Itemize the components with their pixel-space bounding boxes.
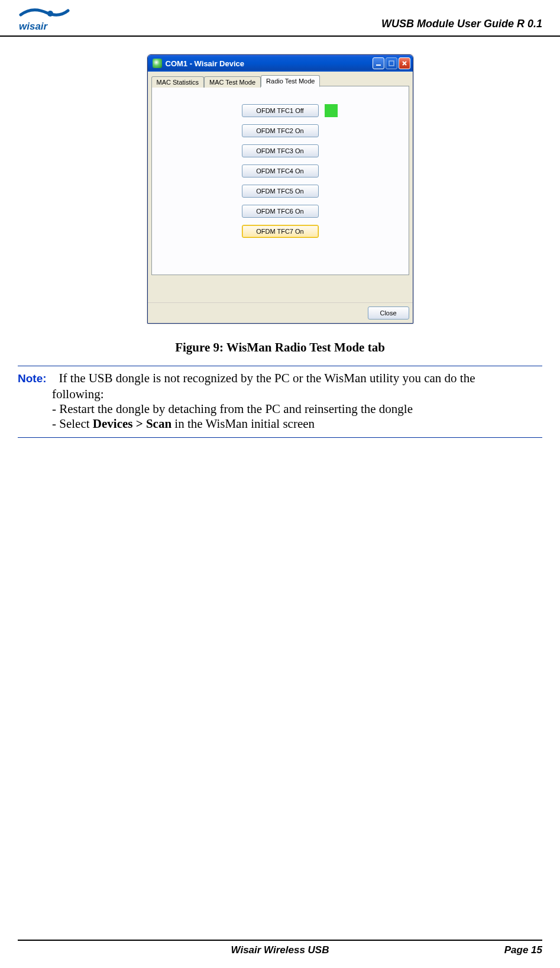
row-tfc2: OFDM TFC2 On xyxy=(164,124,397,137)
titlebar-left: COM1 - Wisair Device xyxy=(153,59,245,68)
button-tfc6[interactable]: OFDM TFC6 On xyxy=(242,205,319,218)
window-footer: Close xyxy=(148,302,413,323)
close-window-button[interactable] xyxy=(399,57,410,69)
note-text-3: - Restart the dongle by detaching from t… xyxy=(52,402,542,417)
titlebar: COM1 - Wisair Device xyxy=(148,55,413,72)
window-body: MAC Statistics MAC Test Mode Radio Test … xyxy=(148,72,413,302)
svg-rect-3 xyxy=(389,61,394,66)
row-tfc4: OFDM TFC4 On xyxy=(164,164,397,178)
tab-radio-test-mode[interactable]: Radio Test Mode xyxy=(261,75,320,87)
dialog-window: COM1 - Wisair Device MAC Statistics MAC … xyxy=(147,54,413,324)
minimize-icon xyxy=(376,60,381,66)
maximize-button xyxy=(386,57,397,69)
row-tfc3: OFDM TFC3 On xyxy=(164,144,397,157)
row-tfc1: OFDM TFC1 Off xyxy=(164,104,397,117)
svg-point-0 xyxy=(47,11,53,17)
page-footer: . Wisair Wireless USB Page 15 xyxy=(18,940,542,956)
tab-mac-test-mode[interactable]: MAC Test Mode xyxy=(204,76,261,88)
footer-page-number: Page 15 xyxy=(504,944,542,956)
note-box: Note: If the USB dongle is not recognize… xyxy=(18,366,542,438)
main-content: COM1 - Wisair Device MAC Statistics MAC … xyxy=(0,37,560,355)
logo-area: wisair xyxy=(18,6,71,33)
app-icon xyxy=(153,59,162,68)
button-tfc1[interactable]: OFDM TFC1 Off xyxy=(242,104,319,117)
note-body: following: - Restart the dongle by detac… xyxy=(52,387,542,431)
wisair-logo: wisair xyxy=(18,6,71,33)
button-tfc7[interactable]: OFDM TFC7 On xyxy=(242,225,319,238)
figure-caption: Figure 9: WisMan Radio Test Mode tab xyxy=(18,340,542,355)
svg-text:wisair: wisair xyxy=(19,21,48,32)
note-text-4c: in the WisMan initial screen xyxy=(171,417,315,431)
note-label: Note: xyxy=(18,372,47,385)
tab-strip: MAC Statistics MAC Test Mode Radio Test … xyxy=(151,75,409,86)
note-text-4: - Select Devices > Scan in the WisMan in… xyxy=(52,417,542,431)
window-title: COM1 - Wisair Device xyxy=(166,59,245,68)
button-tfc2[interactable]: OFDM TFC2 On xyxy=(242,124,319,137)
window-controls xyxy=(373,57,410,69)
page-header: wisair WUSB Module User Guide R 0.1 xyxy=(0,0,560,37)
close-button[interactable]: Close xyxy=(368,306,409,320)
note-text-2: following: xyxy=(52,387,542,402)
header-title: WUSB Module User Guide R 0.1 xyxy=(381,18,542,33)
minimize-button[interactable] xyxy=(373,57,384,69)
svg-rect-2 xyxy=(376,64,381,66)
row-tfc6: OFDM TFC6 On xyxy=(164,205,397,218)
maximize-icon xyxy=(389,60,394,66)
close-icon xyxy=(402,60,407,66)
button-tfc4[interactable]: OFDM TFC4 On xyxy=(242,164,319,178)
footer-center: Wisair Wireless USB xyxy=(231,944,329,956)
row-tfc7: OFDM TFC7 On xyxy=(164,225,397,238)
note-text-1: If the USB dongle is not recognized by t… xyxy=(59,371,475,385)
note-text-4b: Devices > Scan xyxy=(93,417,171,431)
note-text-4a: - Select xyxy=(52,417,93,431)
tab-mac-statistics[interactable]: MAC Statistics xyxy=(151,76,205,88)
button-tfc5[interactable]: OFDM TFC5 On xyxy=(242,185,319,198)
tab-panel: OFDM TFC1 Off OFDM TFC2 On OFDM TFC3 On … xyxy=(151,86,409,275)
row-tfc5: OFDM TFC5 On xyxy=(164,185,397,198)
status-indicator-green xyxy=(325,104,338,117)
button-tfc3[interactable]: OFDM TFC3 On xyxy=(242,144,319,157)
